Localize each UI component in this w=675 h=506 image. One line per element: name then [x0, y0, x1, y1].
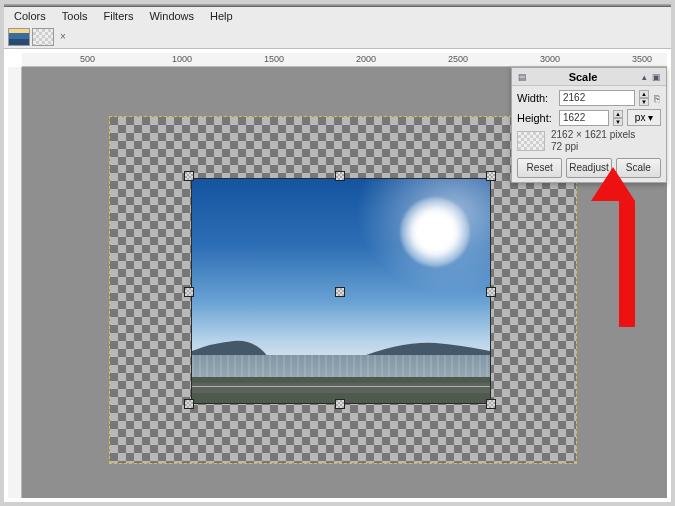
menu-tools[interactable]: Tools: [54, 8, 96, 24]
menubar: Colors Tools Filters Windows Help: [4, 7, 671, 25]
scale-handle-top-mid[interactable]: [335, 171, 345, 181]
photo-road: [192, 383, 490, 393]
ruler-tick: 2500: [448, 54, 468, 64]
scale-handle-center[interactable]: [335, 287, 345, 297]
scale-handle-top-left[interactable]: [184, 171, 194, 181]
dialog-title: Scale: [528, 71, 638, 83]
width-input[interactable]: 2162: [559, 90, 635, 106]
scale-handle-mid-right[interactable]: [486, 287, 496, 297]
scale-handle-top-right[interactable]: [486, 171, 496, 181]
ruler-tick: 3500: [632, 54, 652, 64]
scale-handle-bottom-mid[interactable]: [335, 399, 345, 409]
ruler-horizontal: 500 1000 1500 2000 2500 3000 3500: [22, 53, 667, 67]
close-tab-icon[interactable]: ×: [56, 30, 70, 44]
scale-button[interactable]: Scale: [616, 158, 661, 178]
ruler-tick: 500: [80, 54, 95, 64]
height-label: Height:: [517, 112, 555, 124]
scale-handle-mid-left[interactable]: [184, 287, 194, 297]
image-tabs: ×: [4, 25, 671, 49]
height-input[interactable]: 1622: [559, 110, 609, 126]
menu-colors[interactable]: Colors: [6, 8, 54, 24]
chain-link-icon[interactable]: ⎘: [653, 93, 661, 104]
scale-handle-bottom-right[interactable]: [486, 399, 496, 409]
preview-info: 2162 × 1621 pixels 72 ppi: [551, 129, 635, 153]
ruler-vertical: [8, 67, 22, 498]
photo-sun: [400, 197, 470, 267]
tab-thumb-layer[interactable]: [32, 28, 54, 46]
ruler-tick: 2000: [356, 54, 376, 64]
menu-help[interactable]: Help: [202, 8, 241, 24]
dialog-body: Width: 2162 ▲▼ ⎘ Height: 1622 ▲▼ px ▾ 21…: [512, 86, 666, 182]
scale-handle-bottom-left[interactable]: [184, 399, 194, 409]
menu-filters[interactable]: Filters: [95, 8, 141, 24]
menu-windows[interactable]: Windows: [141, 8, 202, 24]
width-label: Width:: [517, 92, 555, 104]
readjust-button[interactable]: Readjust: [566, 158, 611, 178]
height-spinner[interactable]: ▲▼: [613, 110, 623, 126]
chevron-down-icon: ▾: [648, 112, 653, 123]
ruler-tick: 1000: [172, 54, 192, 64]
preview-thumb: [517, 131, 545, 151]
dialog-titlebar[interactable]: ▤ Scale ▴ ▣: [512, 68, 666, 86]
unit-select[interactable]: px ▾: [627, 109, 661, 126]
ruler-tick: 3000: [540, 54, 560, 64]
collapse-icon[interactable]: ▴: [638, 71, 650, 83]
dialog-menu-icon[interactable]: ▤: [516, 71, 528, 83]
tab-thumb-original[interactable]: [8, 28, 30, 46]
width-spinner[interactable]: ▲▼: [639, 90, 649, 106]
scale-dialog[interactable]: ▤ Scale ▴ ▣ Width: 2162 ▲▼ ⎘ Height: 162…: [511, 67, 667, 183]
close-icon[interactable]: ▣: [650, 71, 662, 83]
reset-button[interactable]: Reset: [517, 158, 562, 178]
ruler-tick: 1500: [264, 54, 284, 64]
